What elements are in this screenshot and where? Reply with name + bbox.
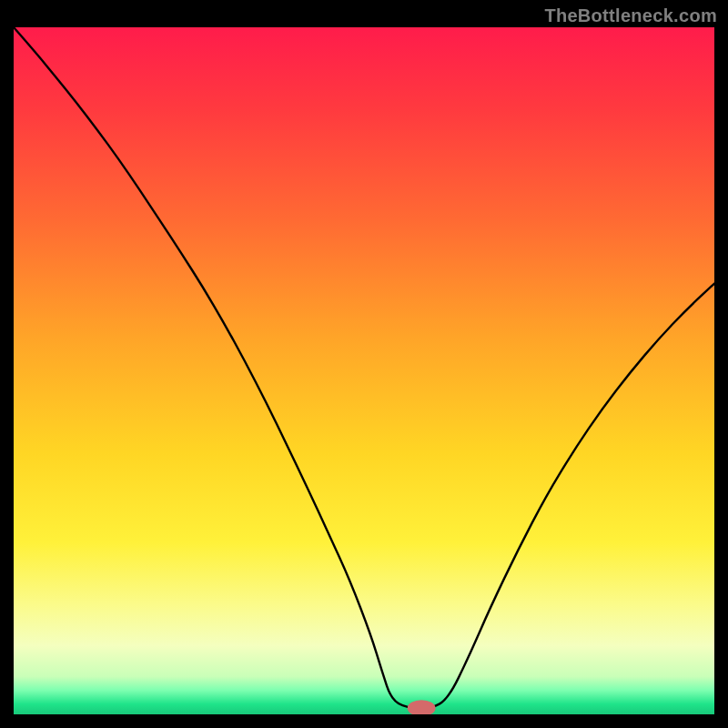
- bottleneck-chart: [14, 27, 714, 714]
- gradient-background: [14, 27, 714, 714]
- chart-frame: TheBottleneck.com: [0, 0, 728, 728]
- watermark-text: TheBottleneck.com: [544, 5, 717, 26]
- plot-area: [14, 27, 714, 714]
